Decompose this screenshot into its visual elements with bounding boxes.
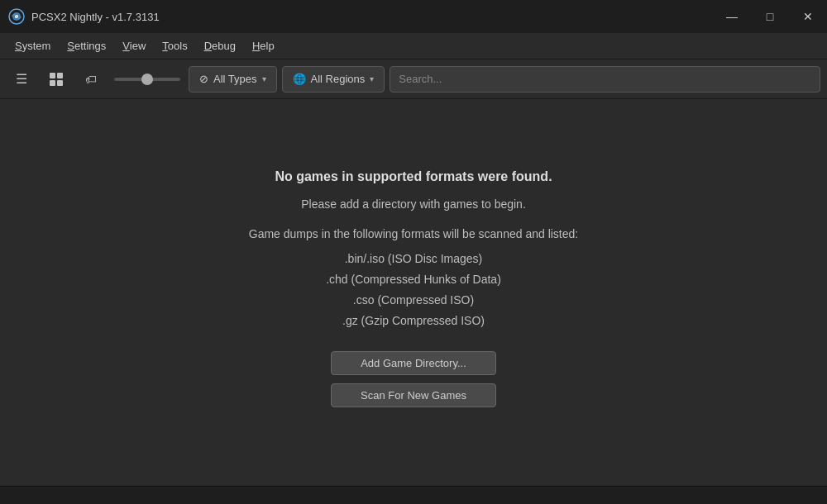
main-content: No games in supported formats were found…: [0, 99, 827, 486]
format-item: .cso (Compressed ISO): [326, 290, 501, 311]
toolbar: ☰ 🏷 ⊘ All Types ▾ 🌐 All Regions ▾: [0, 59, 827, 99]
menu-tools[interactable]: Tools: [154, 36, 195, 55]
formats-label: Game dumps in the following formats will…: [249, 227, 578, 240]
types-dropdown-arrow: ▾: [262, 74, 266, 83]
window-title: PCSX2 Nightly - v1.7.3131: [31, 11, 160, 23]
minimize-button[interactable]: —: [713, 0, 751, 33]
grid-icon: [50, 73, 63, 86]
format-item: .chd (Compressed Hunks of Data): [326, 269, 501, 290]
menu-view[interactable]: View: [114, 36, 154, 55]
zoom-slider-container: [114, 78, 180, 81]
menu-help[interactable]: Help: [244, 36, 283, 55]
all-types-dropdown[interactable]: ⊘ All Types ▾: [189, 66, 277, 93]
menu-debug[interactable]: Debug: [196, 36, 244, 55]
add-game-directory-button[interactable]: Add Game Directory...: [331, 351, 496, 375]
empty-state: No games in supported formats were found…: [249, 169, 578, 416]
status-bar: [0, 486, 827, 504]
menu-system[interactable]: System: [7, 36, 59, 55]
zoom-slider[interactable]: [114, 78, 180, 81]
all-types-label: All Types: [213, 73, 257, 85]
search-input[interactable]: [390, 66, 820, 93]
title-bar: PCSX2 Nightly - v1.7.3131 — □ ✕: [0, 0, 827, 33]
grid-view-button[interactable]: [41, 66, 71, 93]
title-bar-left: PCSX2 Nightly - v1.7.3131: [8, 8, 160, 25]
format-item: .gz (Gzip Compressed ISO): [326, 311, 501, 331]
empty-subtitle: Please add a directory with games to beg…: [301, 197, 526, 211]
all-regions-label: All Regions: [311, 73, 366, 85]
scan-for-new-games-button[interactable]: Scan For New Games: [331, 383, 496, 407]
maximize-button[interactable]: □: [751, 0, 789, 33]
format-item: .bin/.iso (ISO Disc Images): [326, 249, 501, 269]
list-view-button[interactable]: ☰: [7, 66, 36, 93]
globe-icon: 🌐: [293, 73, 306, 85]
filter-icon: ⊘: [199, 73, 208, 85]
menu-settings[interactable]: Settings: [59, 36, 114, 55]
list-icon: ☰: [16, 71, 27, 87]
close-button[interactable]: ✕: [789, 0, 827, 33]
tag-view-button[interactable]: 🏷: [76, 66, 106, 93]
tag-icon: 🏷: [85, 73, 97, 86]
title-bar-controls: — □ ✕: [713, 0, 827, 33]
empty-title: No games in supported formats were found…: [275, 169, 552, 184]
all-regions-dropdown[interactable]: 🌐 All Regions ▾: [282, 66, 385, 93]
app-icon: [8, 8, 25, 25]
menu-bar: System Settings View Tools Debug Help: [0, 33, 827, 59]
formats-list: .bin/.iso (ISO Disc Images) .chd (Compre…: [326, 249, 501, 332]
regions-dropdown-arrow: ▾: [370, 74, 374, 83]
